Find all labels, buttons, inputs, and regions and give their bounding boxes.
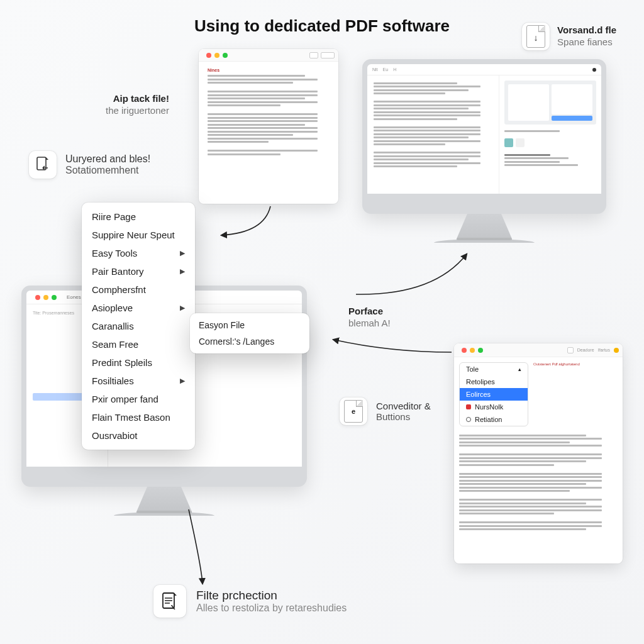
menu-item[interactable]: Fosiltiales▶ <box>82 372 195 390</box>
dropdown-option[interactable]: Retiation <box>460 413 528 426</box>
doc-label-line2: the iriguertoner <box>106 105 169 116</box>
menu-item[interactable]: Seam Free <box>82 335 195 353</box>
submenu-item[interactable]: Cornersl:'s /Langes <box>190 333 309 350</box>
convert-callout: Conveditor & Buttions <box>376 401 431 422</box>
dropdown-option[interactable]: NursNolk <box>460 401 528 413</box>
document-arrow-icon <box>29 151 57 179</box>
menu-item[interactable]: Predint Spleils <box>82 353 195 372</box>
menu-item[interactable]: Caranallis <box>82 317 195 335</box>
menu-item[interactable]: Pxir omper fand <box>82 390 195 408</box>
left-feature-callout: Uuryered and bles! Sotatiomemhent <box>65 153 150 176</box>
red-square-icon <box>466 404 471 409</box>
porface-line2: blemah A! <box>348 318 391 328</box>
menu-item[interactable]: Pair Bantory▶ <box>82 262 195 280</box>
menu-item[interactable]: Riire Page <box>82 208 195 226</box>
context-menu[interactable]: Riire PageSuppire Neur SpeutEasy Tools▶P… <box>82 203 195 450</box>
context-submenu[interactable]: Easyon FileCornersl:'s /Langes <box>190 313 309 353</box>
download-file-icon: ↓ <box>522 23 550 50</box>
editor-window-right: Deadore Ifartus Tole▴RetolipesEolircesNu… <box>454 343 623 564</box>
imac-right: NitEuH <box>362 59 606 243</box>
doc-heading: Nines <box>208 68 330 72</box>
doc-label-line1: Aip tack file! <box>106 93 169 105</box>
dropdown-option[interactable]: Eolirces <box>460 388 528 401</box>
page-convert-icon: e <box>340 397 367 425</box>
submenu-item[interactable]: Easyon File <box>190 317 309 333</box>
chevron-right-icon: ▶ <box>180 304 185 312</box>
ring-icon <box>466 417 471 422</box>
chevron-right-icon: ▶ <box>180 249 185 257</box>
download-line1: Vorsand.d fle <box>557 25 616 36</box>
bottom-callout: Filte prchection Alles to restoliza by r… <box>196 589 347 614</box>
chevron-up-icon: ▴ <box>518 366 521 372</box>
chevron-right-icon: ▶ <box>180 267 185 275</box>
dropdown-option[interactable]: Tole▴ <box>460 363 528 375</box>
menu-item[interactable]: Easy Tools▶ <box>82 244 195 262</box>
porface-line1: Porface <box>348 306 391 318</box>
download-line2: Spane fianes <box>557 36 613 47</box>
document-preview-window: Nines <box>199 49 338 204</box>
menu-item[interactable]: Flain Tmest Bason <box>82 408 195 426</box>
dropdown-menu[interactable]: Tole▴RetolipesEolircesNursNolkRetiation <box>459 362 528 426</box>
menu-item[interactable]: Ousrvabiot <box>82 426 195 445</box>
protection-icon <box>153 585 186 618</box>
menu-item[interactable]: Comphersfnt <box>82 280 195 299</box>
menu-item[interactable]: Suppire Neur Speut <box>82 226 195 244</box>
chevron-right-icon: ▶ <box>180 377 185 385</box>
dropdown-option[interactable]: Retolipes <box>460 375 528 388</box>
menu-item[interactable]: Asiopleve▶ <box>82 299 195 317</box>
